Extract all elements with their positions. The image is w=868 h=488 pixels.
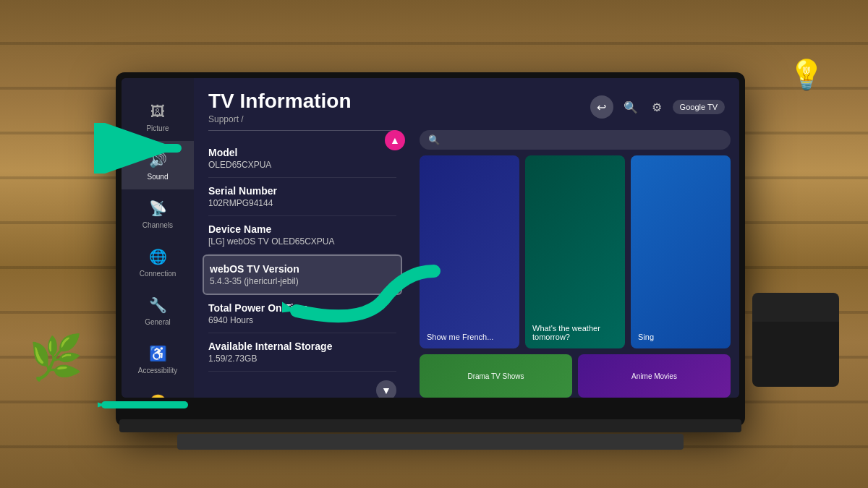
search-button[interactable]: 🔍 [621,97,641,117]
sidebar-label-sound: Sound [148,173,169,181]
google-tv-badge: Google TV [673,100,725,114]
rec-card-sing[interactable]: Sing [631,155,731,348]
tv-stand [119,419,741,432]
sidebar-label-channels: Channels [142,221,173,229]
tv-unit: 🖼 Picture 🔊 Sound 📡 Channels 🌐 Connectio… [116,72,745,427]
right-arrow-sound [94,123,188,174]
tv-screen: 🖼 Picture 🔊 Sound 📡 Channels 🌐 Connectio… [122,78,739,398]
main-content: TV Information Support / ↩ 🔍 ⚙ Google TV [194,78,739,398]
search-bar[interactable]: 🔍 [420,130,731,150]
rec-weather-text: What's the weather tomorrow? [532,324,618,341]
settings-button[interactable]: ⚙ [647,97,667,117]
lamp: 💡 [788,58,825,92]
device-name-label: Device Name [208,223,396,235]
header-icons: 🔍 ⚙ Google TV [621,97,725,117]
scroll-down-button[interactable]: ▼ [376,380,396,398]
storage-label: Available Internal Storage [208,341,396,352]
recommendation-grid: Show me French... What's the weather tom… [420,155,731,348]
model-label: Model [208,147,396,158]
back-button[interactable]: ↩ [590,95,613,119]
divider [208,130,396,131]
header-left: TV Information Support / [208,90,352,124]
device-name-value: [LG] webOS TV OLED65CXPUA [208,236,396,247]
rec-anime[interactable]: Anime Movies [578,354,731,398]
general-icon: 🔧 [148,295,168,315]
content-area: ▲ Model OLED65CXPUA Serial Number 102RMP… [194,130,739,398]
sidebar-label-connection: Connection [140,270,176,278]
accessibility-icon: ♿ [148,343,168,364]
soundbar [177,434,684,450]
connection-icon: 🌐 [148,247,168,267]
sidebar-item-connection[interactable]: 🌐 Connection [122,238,194,286]
serial-value: 102RMPG94144 [208,198,396,208]
rec-card-weather[interactable]: What's the weather tomorrow? [525,155,625,348]
model-value: OLED65CXPUA [208,160,396,170]
serial-label: Serial Number [208,185,396,197]
header: TV Information Support / ↩ 🔍 ⚙ Google TV [194,78,739,130]
picture-icon: 🖼 [148,101,168,121]
bottom-cards: Drama TV Shows Anime Movies [420,354,731,398]
search-icon: 🔍 [428,134,440,145]
google-tv-label: Google TV [680,103,718,111]
left-arrow-webos [282,260,441,340]
right-panel: 🔍 Show me French... What's the weather t… [411,130,739,398]
drama-text: Drama TV Shows [467,372,524,380]
rec-drama[interactable]: Drama TV Shows [420,354,572,398]
sidebar-label-general: General [145,318,171,326]
info-item-model: Model OLED65CXPUA [208,140,396,178]
channels-icon: 📡 [148,198,168,218]
sidebar-item-general[interactable]: 🔧 General [122,286,194,335]
storage-value: 1.59/2.73GB [208,354,396,364]
chair-back [752,293,839,322]
sidebar-item-channels[interactable]: 📡 Channels [122,189,194,238]
tv-bezel: 🖼 Picture 🔊 Sound 📡 Channels 🌐 Connectio… [116,72,745,427]
page-title: TV Information [208,90,352,113]
plant: 🌿 [29,332,83,383]
scroll-up-button[interactable]: ▲ [385,130,405,150]
sidebar-item-accessibility[interactable]: ♿ Accessibility [122,335,194,383]
rec-sing-text: Sing [638,333,723,341]
chair [752,314,839,387]
breadcrumb: Support / [208,114,352,124]
left-arrow-support [98,383,192,427]
info-item-serial: Serial Number 102RMPG94144 [208,178,396,216]
sidebar-label-accessibility: Accessibility [138,367,177,374]
anime-text: Anime Movies [631,372,677,380]
info-item-device-name: Device Name [LG] webOS TV OLED65CXPUA [208,216,396,254]
